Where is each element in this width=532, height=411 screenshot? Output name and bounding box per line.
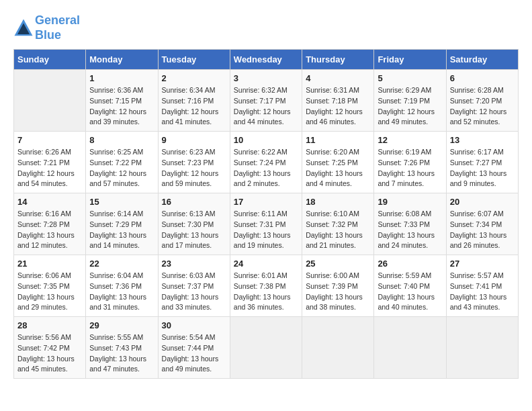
day-number: 10 (234, 135, 298, 145)
sunrise-text: Sunrise: 6:06 AM (17, 271, 82, 281)
daylight-text: Daylight: 12 hours and 52 minutes. (450, 107, 515, 128)
day-info: Sunrise: 6:13 AM Sunset: 7:30 PM Dayligh… (162, 209, 226, 251)
sunrise-text: Sunrise: 6:19 AM (378, 147, 442, 158)
sunrise-text: Sunrise: 6:07 AM (450, 209, 515, 220)
calendar-cell: 2 Sunrise: 6:34 AM Sunset: 7:16 PM Dayli… (158, 70, 230, 132)
sunset-text: Sunset: 7:26 PM (378, 158, 442, 169)
day-info: Sunrise: 6:26 AM Sunset: 7:21 PM Dayligh… (17, 147, 82, 189)
daylight-text: Daylight: 13 hours and 4 minutes. (306, 169, 370, 190)
sunrise-text: Sunrise: 6:34 AM (162, 85, 226, 96)
calendar-cell: 21 Sunrise: 6:06 AM Sunset: 7:35 PM Dayl… (14, 255, 86, 317)
day-info: Sunrise: 5:54 AM Sunset: 7:44 PM Dayligh… (162, 332, 226, 375)
sunrise-text: Sunrise: 6:13 AM (162, 209, 226, 220)
sunrise-text: Sunrise: 6:26 AM (17, 147, 82, 158)
day-number: 1 (89, 73, 154, 83)
day-number: 5 (378, 73, 442, 83)
day-number: 21 (17, 259, 82, 269)
sunset-text: Sunset: 7:23 PM (162, 158, 226, 169)
sunset-text: Sunset: 7:34 PM (450, 220, 515, 230)
day-number: 28 (17, 320, 82, 330)
calendar-cell: 1 Sunrise: 6:36 AM Sunset: 7:15 PM Dayli… (86, 70, 158, 132)
day-number: 12 (378, 135, 442, 145)
sunset-text: Sunset: 7:40 PM (378, 281, 442, 292)
daylight-text: Daylight: 13 hours and 49 minutes. (162, 354, 226, 375)
day-info: Sunrise: 6:06 AM Sunset: 7:35 PM Dayligh… (17, 271, 82, 313)
sunrise-text: Sunrise: 5:54 AM (162, 332, 226, 343)
day-number: 16 (162, 197, 226, 207)
day-info: Sunrise: 6:25 AM Sunset: 7:22 PM Dayligh… (89, 147, 154, 189)
calendar-cell: 24 Sunrise: 6:01 AM Sunset: 7:38 PM Dayl… (230, 255, 302, 317)
calendar-week-row: 7 Sunrise: 6:26 AM Sunset: 7:21 PM Dayli… (14, 132, 519, 193)
day-number: 26 (378, 259, 442, 269)
logo: General Blue (13, 13, 80, 42)
day-info: Sunrise: 6:03 AM Sunset: 7:37 PM Dayligh… (162, 271, 226, 313)
sunrise-text: Sunrise: 6:00 AM (306, 271, 370, 281)
weekday-header: Saturday (446, 50, 518, 70)
logo-icon (13, 18, 34, 38)
day-number: 22 (89, 259, 154, 269)
daylight-text: Daylight: 12 hours and 46 minutes. (306, 107, 370, 128)
calendar-cell: 4 Sunrise: 6:31 AM Sunset: 7:18 PM Dayli… (302, 70, 374, 132)
sunset-text: Sunset: 7:37 PM (162, 281, 226, 292)
calendar-cell: 17 Sunrise: 6:11 AM Sunset: 7:31 PM Dayl… (230, 193, 302, 255)
calendar-cell: 10 Sunrise: 6:22 AM Sunset: 7:24 PM Dayl… (230, 132, 302, 193)
day-info: Sunrise: 5:55 AM Sunset: 7:43 PM Dayligh… (89, 332, 154, 375)
calendar-cell: 8 Sunrise: 6:25 AM Sunset: 7:22 PM Dayli… (86, 132, 158, 193)
day-number: 30 (162, 320, 226, 330)
daylight-text: Daylight: 13 hours and 7 minutes. (378, 169, 442, 190)
day-info: Sunrise: 6:36 AM Sunset: 7:15 PM Dayligh… (89, 85, 154, 128)
day-info: Sunrise: 6:34 AM Sunset: 7:16 PM Dayligh… (162, 85, 226, 128)
sunset-text: Sunset: 7:33 PM (378, 220, 442, 230)
day-number: 25 (306, 259, 370, 269)
day-info: Sunrise: 6:32 AM Sunset: 7:17 PM Dayligh… (234, 85, 298, 128)
sunrise-text: Sunrise: 6:10 AM (306, 209, 370, 220)
daylight-text: Daylight: 12 hours and 49 minutes. (378, 107, 442, 128)
sunrise-text: Sunrise: 6:28 AM (450, 85, 515, 96)
day-number: 15 (89, 197, 154, 207)
calendar-cell: 14 Sunrise: 6:16 AM Sunset: 7:28 PM Dayl… (14, 193, 86, 255)
day-info: Sunrise: 6:29 AM Sunset: 7:19 PM Dayligh… (378, 85, 442, 128)
calendar-cell: 15 Sunrise: 6:14 AM Sunset: 7:29 PM Dayl… (86, 193, 158, 255)
sunset-text: Sunset: 7:15 PM (89, 96, 154, 107)
sunrise-text: Sunrise: 6:16 AM (17, 209, 82, 220)
calendar-cell: 28 Sunrise: 5:56 AM Sunset: 7:42 PM Dayl… (14, 317, 86, 379)
sunset-text: Sunset: 7:18 PM (306, 96, 370, 107)
calendar-cell: 23 Sunrise: 6:03 AM Sunset: 7:37 PM Dayl… (158, 255, 230, 317)
calendar-cell: 25 Sunrise: 6:00 AM Sunset: 7:39 PM Dayl… (302, 255, 374, 317)
sunrise-text: Sunrise: 6:23 AM (162, 147, 226, 158)
daylight-text: Daylight: 13 hours and 14 minutes. (89, 230, 154, 252)
calendar-cell: 5 Sunrise: 6:29 AM Sunset: 7:19 PM Dayli… (374, 70, 446, 132)
calendar-cell (230, 317, 302, 379)
calendar-cell: 3 Sunrise: 6:32 AM Sunset: 7:17 PM Dayli… (230, 70, 302, 132)
sunset-text: Sunset: 7:41 PM (450, 281, 515, 292)
sunset-text: Sunset: 7:42 PM (17, 343, 82, 354)
sunset-text: Sunset: 7:20 PM (450, 96, 515, 107)
sunset-text: Sunset: 7:30 PM (162, 220, 226, 230)
sunset-text: Sunset: 7:25 PM (306, 158, 370, 169)
day-number: 20 (450, 197, 515, 207)
sunrise-text: Sunrise: 6:08 AM (378, 209, 442, 220)
daylight-text: Daylight: 13 hours and 19 minutes. (234, 230, 298, 252)
sunset-text: Sunset: 7:29 PM (89, 220, 154, 230)
sunset-text: Sunset: 7:24 PM (234, 158, 298, 169)
sunset-text: Sunset: 7:19 PM (378, 96, 442, 107)
daylight-text: Daylight: 12 hours and 41 minutes. (162, 107, 226, 128)
calendar-cell: 6 Sunrise: 6:28 AM Sunset: 7:20 PM Dayli… (446, 70, 518, 132)
sunset-text: Sunset: 7:32 PM (306, 220, 370, 230)
daylight-text: Daylight: 12 hours and 44 minutes. (234, 107, 298, 128)
day-info: Sunrise: 6:04 AM Sunset: 7:36 PM Dayligh… (89, 271, 154, 313)
daylight-text: Daylight: 13 hours and 31 minutes. (89, 292, 154, 314)
sunset-text: Sunset: 7:16 PM (162, 96, 226, 107)
sunrise-text: Sunrise: 5:55 AM (89, 332, 154, 343)
day-number: 7 (17, 135, 82, 145)
day-number: 24 (234, 259, 298, 269)
calendar-cell: 19 Sunrise: 6:08 AM Sunset: 7:33 PM Dayl… (374, 193, 446, 255)
day-number: 4 (306, 73, 370, 83)
daylight-text: Daylight: 13 hours and 47 minutes. (89, 354, 154, 375)
daylight-text: Daylight: 13 hours and 26 minutes. (450, 230, 515, 252)
daylight-text: Daylight: 13 hours and 36 minutes. (234, 292, 298, 314)
calendar-table: SundayMondayTuesdayWednesdayThursdayFrid… (13, 49, 519, 379)
sunrise-text: Sunrise: 6:03 AM (162, 271, 226, 281)
sunset-text: Sunset: 7:38 PM (234, 281, 298, 292)
day-info: Sunrise: 6:01 AM Sunset: 7:38 PM Dayligh… (234, 271, 298, 313)
